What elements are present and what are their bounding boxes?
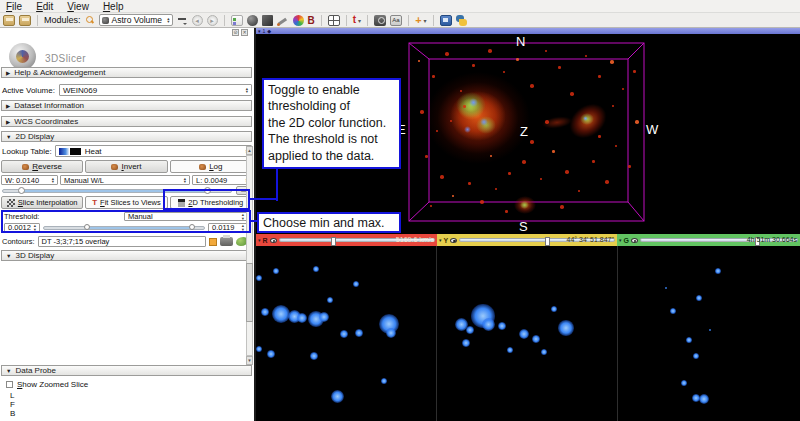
window-value: W: 0.0140 — [5, 176, 39, 185]
threshold-max-spinbox[interactable]: 0.0119 ▴▾ — [208, 223, 248, 232]
spinner-icon[interactable]: ▴▾ — [242, 224, 244, 230]
menu-view[interactable]: View — [67, 1, 89, 12]
pin-icon[interactable]: ▾ — [439, 238, 442, 243]
section-2d-display[interactable]: ▼ 2D Display — [1, 131, 252, 142]
print-contours-icon[interactable] — [220, 237, 233, 246]
threshold-min-value: 0.0012 — [8, 223, 31, 232]
reverse-button[interactable]: Reverse — [1, 160, 83, 173]
pin-icon[interactable]: ▾ — [258, 238, 261, 243]
volume-module-icon[interactable] — [262, 15, 273, 26]
slider-handle-high[interactable] — [204, 187, 211, 194]
undock-panel-icon[interactable]: ⊘ — [232, 29, 239, 36]
modules-menu-icon[interactable] — [177, 16, 188, 25]
load-data-icon[interactable] — [3, 15, 15, 26]
section-wcs-coordinates[interactable]: ▶ WCS Coordinates — [1, 116, 252, 127]
expanded-triangle-icon: ▼ — [6, 134, 11, 140]
threshold-max-handle[interactable] — [189, 224, 195, 230]
yellow-slice-bar[interactable]: ▾ Y 44° 34' 51.847" — [437, 234, 617, 246]
section-3d-display[interactable]: ▼ 3D Display — [1, 250, 252, 261]
menu-help[interactable]: Help — [103, 1, 124, 12]
color-module-icon[interactable] — [293, 15, 304, 26]
section-label: Dataset Information — [14, 101, 84, 110]
menu-file[interactable]: File — [6, 1, 22, 12]
contour-color-button[interactable] — [209, 238, 217, 246]
galaxy-blue-knot — [464, 126, 471, 133]
spinner-icon[interactable]: ▴▾ — [242, 213, 244, 219]
menu-edit[interactable]: Edit — [36, 1, 53, 12]
invert-button[interactable]: Invert — [85, 160, 167, 173]
threshold-range-slider[interactable] — [43, 226, 205, 230]
add-annotation-icon[interactable]: + — [415, 15, 421, 26]
slicer-logo — [9, 43, 36, 70]
separator — [433, 15, 434, 26]
fit-slices-button[interactable]: T Fit Slices to Views — [85, 196, 167, 209]
sphere-module-icon[interactable] — [247, 15, 258, 26]
pin-icon[interactable]: ▾ — [258, 29, 261, 34]
slider-handle[interactable] — [331, 237, 336, 246]
scrollbar-track[interactable] — [246, 155, 253, 356]
history-back-icon[interactable]: ◂ — [192, 15, 203, 26]
slice-interpolation-button[interactable]: Slice Interpolation — [1, 196, 83, 209]
chevron-down-icon[interactable]: ▾ — [424, 17, 427, 24]
spinner-icon[interactable]: ▴▾ — [52, 177, 54, 183]
spinner-icon[interactable]: ▴▾ — [34, 224, 36, 230]
log-label: Log — [209, 162, 222, 171]
contours-input[interactable]: DT -3;3;7;15 overlay — [38, 236, 206, 247]
callout-line — [276, 168, 278, 201]
module-icon — [102, 17, 109, 24]
window-spinbox[interactable]: W: 0.0140 ▴▾ — [1, 175, 58, 185]
module-selector-value: Astro Volume — [112, 15, 163, 25]
window-level-slider-row: — — [2, 186, 252, 195]
history-forward-icon[interactable]: ▸ — [207, 15, 218, 26]
screen-capture-icon[interactable] — [374, 15, 386, 26]
module-list-icon[interactable] — [231, 15, 243, 26]
probe-row-b: B — [10, 409, 15, 418]
spinner-icon[interactable]: ▴▾ — [246, 87, 248, 93]
bb-module-icon[interactable]: B — [308, 15, 315, 26]
window-level-slider[interactable] — [2, 189, 232, 193]
slider-handle-low[interactable] — [18, 187, 25, 194]
pin-icon[interactable]: ▾ — [619, 238, 622, 243]
visibility-eye-icon[interactable] — [631, 238, 638, 243]
active-volume-selector[interactable]: WEIN069 ▴▾ — [59, 84, 252, 96]
layout-icon[interactable] — [328, 15, 340, 26]
visibility-eye-icon[interactable] — [270, 238, 277, 243]
green-slice-bar[interactable]: ▾ G 4h 51m 30.664s — [617, 234, 800, 246]
transform-icon[interactable]: t — [353, 15, 356, 26]
python-console-icon[interactable] — [456, 15, 468, 26]
level-spinbox[interactable]: L: 0.0049 ▴▾ — [192, 175, 252, 185]
show-zoomed-slice-checkbox[interactable] — [6, 381, 13, 388]
wl-preset-selector[interactable]: Manual W/L ▴▾ — [60, 175, 190, 185]
measurement-icon[interactable] — [390, 15, 402, 26]
slider-handle[interactable] — [545, 237, 550, 246]
module-search-icon[interactable] — [85, 15, 95, 25]
threshold-min-handle[interactable] — [84, 224, 90, 230]
chevron-down-icon[interactable]: ▾ — [358, 17, 361, 24]
scrollbar-down-arrow[interactable]: ▼ — [246, 356, 253, 365]
log-button[interactable]: Log — [170, 160, 252, 173]
lookup-table-selector[interactable]: Heat ▴▾ — [55, 145, 252, 157]
threshold-mode-selector[interactable]: Manual ▴▾ — [124, 212, 248, 221]
threshold-range-row: 0.0012 ▴▾ 0.0119 ▴▾ — [4, 223, 248, 232]
view-menu-icon[interactable]: ◆ — [267, 29, 271, 34]
slice-views[interactable] — [256, 246, 800, 421]
2d-thresholding-button[interactable]: 2D Thresholding — [170, 196, 252, 209]
scrollbar-thumb[interactable] — [246, 263, 253, 322]
section-help-acknowledgement[interactable]: ▶ Help & Acknowledgement — [1, 67, 252, 78]
slicer-logo-text: 3DSlicer — [45, 53, 86, 64]
spinner-icon[interactable]: ▴▾ — [184, 177, 186, 183]
visibility-eye-icon[interactable] — [450, 238, 457, 243]
level-value: L: 0.0049 — [196, 176, 227, 185]
section-data-probe[interactable]: ▼ Data Probe — [1, 365, 252, 376]
save-icon[interactable] — [19, 15, 31, 26]
threshold-min-spinbox[interactable]: 0.0012 ▴▾ — [4, 223, 40, 232]
colormap-preview-icon — [59, 148, 81, 155]
red-slice-bar[interactable]: ▾ R 5169.6 km/s — [256, 234, 437, 246]
section-dataset-information[interactable]: ▶ Dataset Information — [1, 100, 252, 111]
screenshot-icon[interactable] — [440, 15, 452, 26]
close-panel-icon[interactable]: ✕ — [241, 29, 248, 36]
spinner-icon[interactable]: ▴▾ — [167, 17, 169, 23]
module-selector[interactable]: Astro Volume ▴▾ — [99, 14, 173, 26]
scrollbar-up-arrow[interactable]: ▲ — [246, 146, 253, 155]
paint-module-icon[interactable] — [277, 15, 289, 26]
